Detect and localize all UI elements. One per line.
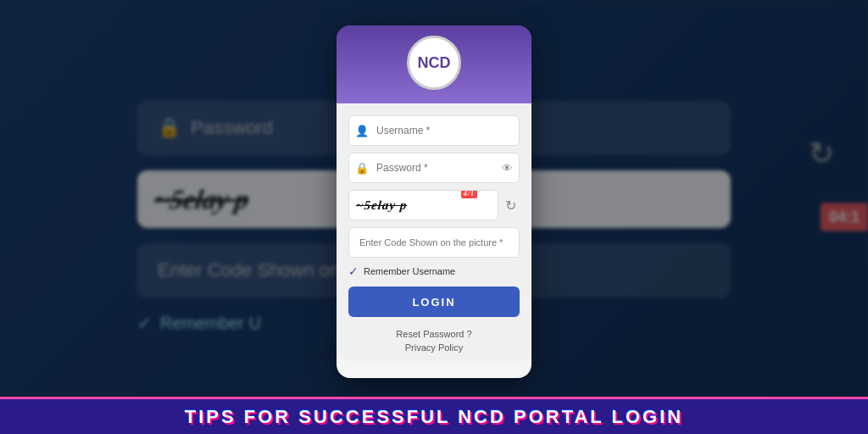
captcha-display-text: ~5elay p xyxy=(355,198,408,213)
captcha-refresh-icon[interactable]: ↻ xyxy=(502,194,520,217)
captcha-badge: 4/1 xyxy=(461,190,477,198)
privacy-policy-link[interactable]: Privacy Policy xyxy=(405,342,463,353)
captcha-image-box: ~5elay p 4/1 xyxy=(348,190,498,220)
logo-text: NCD xyxy=(418,54,451,72)
bottom-banner: TIPS FOR SUCCESSFUL NCD PORTAL LOGIN xyxy=(0,397,868,434)
banner-text: TIPS FOR SUCCESSFUL NCD PORTAL LOGIN xyxy=(185,406,683,428)
captcha-code-input[interactable] xyxy=(348,227,520,258)
modal-logo-area: NCD xyxy=(337,25,531,103)
username-row: 👤 xyxy=(348,115,520,146)
remember-check-icon: ✓ xyxy=(348,264,359,278)
password-row: 🔒 👁 xyxy=(348,153,520,183)
remember-username-row[interactable]: ✓ Remember Username xyxy=(348,264,520,278)
reset-password-link[interactable]: Reset Password ? xyxy=(396,329,471,339)
login-button[interactable]: LOGIN xyxy=(348,287,520,317)
enter-code-row xyxy=(348,227,520,258)
captcha-row: ~5elay p 4/1 ↻ xyxy=(348,190,520,220)
password-eye-icon[interactable]: 👁 xyxy=(502,162,513,175)
modal-links: Reset Password ? Privacy Policy xyxy=(348,329,520,353)
modal-logo: NCD xyxy=(407,36,461,90)
username-input[interactable] xyxy=(348,115,520,146)
remember-username-label: Remember Username xyxy=(364,266,455,276)
modal-body: 👤 🔒 👁 ~5elay p 4/1 ↻ ✓ Remember Username xyxy=(337,103,531,361)
login-modal: NCD 👤 🔒 👁 ~5elay p 4/1 ↻ ✓ xyxy=(337,25,531,378)
password-input[interactable] xyxy=(348,153,520,183)
